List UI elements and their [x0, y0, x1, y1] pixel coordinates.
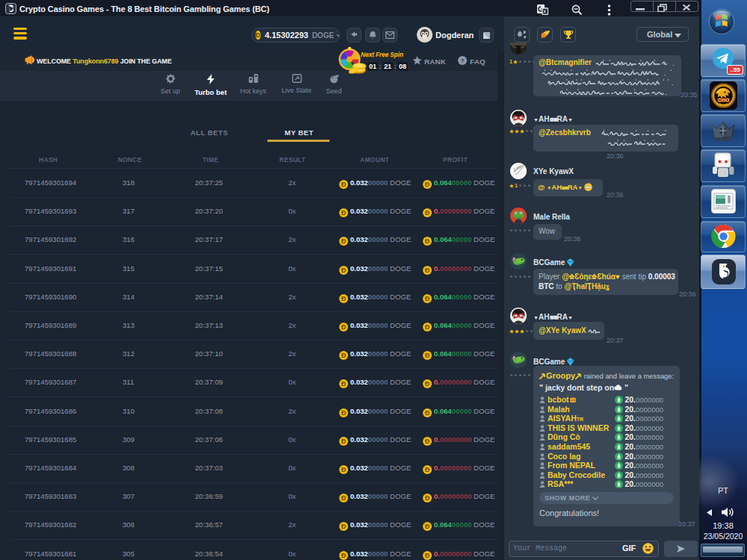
svg-text:Ð: Ð: [542, 34, 545, 38]
svg-text:?: ?: [461, 57, 465, 64]
